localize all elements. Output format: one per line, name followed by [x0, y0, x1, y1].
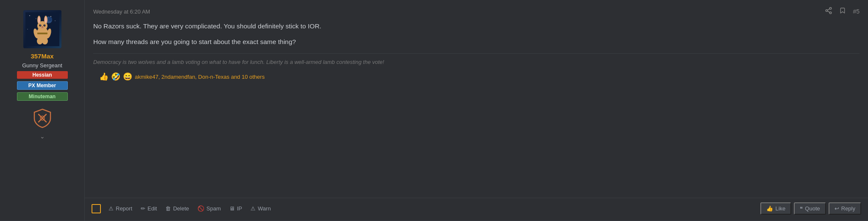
post-number: #5 [853, 8, 860, 15]
reaction-grinning[interactable]: 😄 [123, 72, 132, 81]
avatar [23, 10, 61, 48]
svg-point-14 [39, 25, 41, 27]
post-text-line1: No Razors suck. They are very complicate… [93, 21, 860, 32]
svg-point-1 [29, 15, 30, 16]
user-shield-icon [32, 108, 53, 129]
post-header-actions: #5 [825, 7, 860, 16]
post-actions-right: 👍 Like ❝ Quote ↩ Reply [760, 202, 861, 215]
spam-label: Spam [206, 205, 221, 212]
svg-point-7 [48, 17, 52, 21]
svg-line-32 [828, 9, 830, 10]
reply-label: Reply [841, 205, 855, 212]
svg-point-3 [50, 16, 51, 17]
edit-label: Edit [147, 205, 157, 212]
report-button[interactable]: ⚠ Report [105, 204, 136, 213]
post-select-checkbox[interactable] [92, 204, 101, 213]
post-timestamp: Wednesday at 6:20 AM [93, 8, 150, 15]
ip-label: IP [237, 205, 242, 212]
delete-button[interactable]: 🗑 Delete [162, 204, 192, 213]
svg-line-31 [828, 11, 830, 12]
report-label: Report [116, 205, 132, 212]
expand-user-chevron[interactable]: ⌄ [40, 133, 45, 140]
svg-point-2 [36, 18, 36, 19]
svg-point-13 [45, 17, 47, 23]
svg-point-5 [27, 29, 28, 30]
quote-label: Quote [805, 205, 820, 212]
signature-divider [93, 53, 860, 54]
post-signature: Democracy is two wolves and a lamb votin… [93, 58, 860, 66]
like-icon: 👍 [766, 205, 773, 212]
reaction-thumbsup[interactable]: 👍 [99, 72, 108, 81]
quote-button[interactable]: ❝ Quote [794, 202, 826, 215]
svg-point-15 [43, 25, 45, 27]
badge-hessian: Hessian [17, 71, 68, 79]
svg-point-24 [42, 38, 48, 44]
like-button[interactable]: 👍 Like [760, 202, 791, 215]
badge-minuteman: Minuteman [17, 92, 68, 101]
warn-icon: ⚠ [250, 205, 256, 212]
user-sidebar: 357Max Gunny Sergeant Hessian PX Member … [0, 0, 85, 221]
delete-label: Delete [173, 205, 189, 212]
svg-point-12 [38, 17, 40, 23]
bookmark-icon[interactable] [839, 7, 846, 16]
reaction-rofl[interactable]: 🤣 [111, 72, 120, 81]
post-actions-bar: ⚠ Report ✏ Edit 🗑 Delete 🚫 Spam 🖥 [85, 198, 868, 221]
reaction-users[interactable]: akmike47, 2ndamendfan, Don-n-Texas and 1… [135, 74, 264, 80]
ip-button[interactable]: 🖥 IP [226, 204, 245, 213]
post-text-line2: How many threads are you going to start … [93, 37, 860, 47]
post-header: Wednesday at 6:20 AM #5 [85, 0, 868, 19]
post-container: 357Max Gunny Sergeant Hessian PX Member … [0, 0, 868, 221]
svg-point-23 [37, 38, 43, 44]
post-content: Wednesday at 6:20 AM #5 No Razors suck. … [85, 0, 868, 221]
reactions-bar: 👍 🤣 😄 akmike47, 2ndamendfan, Don-n-Texas… [93, 72, 860, 81]
share-icon[interactable] [825, 7, 832, 16]
reply-button[interactable]: ↩ Reply [829, 202, 861, 215]
username[interactable]: 357Max [31, 52, 53, 60]
svg-rect-22 [37, 33, 47, 34]
edit-icon: ✏ [141, 205, 145, 212]
warn-label: Warn [258, 205, 271, 212]
user-rank: Gunny Sergeant [22, 62, 62, 69]
delete-icon: 🗑 [165, 205, 171, 212]
spam-button[interactable]: 🚫 Spam [194, 204, 224, 213]
spam-icon: 🚫 [198, 205, 204, 212]
post-body: No Razors suck. They are very complicate… [85, 19, 868, 196]
edit-button[interactable]: ✏ Edit [137, 204, 160, 213]
svg-point-19 [42, 27, 43, 28]
svg-point-17 [45, 25, 45, 25]
quote-icon: ❝ [800, 205, 803, 212]
post-actions-left: ⚠ Report ✏ Edit 🗑 Delete 🚫 Spam 🖥 [92, 204, 274, 213]
warn-button[interactable]: ⚠ Warn [247, 204, 274, 213]
report-icon: ⚠ [108, 205, 114, 212]
badge-px: PX Member [17, 81, 68, 90]
ip-icon: 🖥 [229, 205, 235, 212]
like-label: Like [775, 205, 785, 212]
svg-point-4 [55, 20, 56, 21]
svg-point-16 [40, 25, 41, 25]
reply-icon: ↩ [835, 205, 839, 212]
